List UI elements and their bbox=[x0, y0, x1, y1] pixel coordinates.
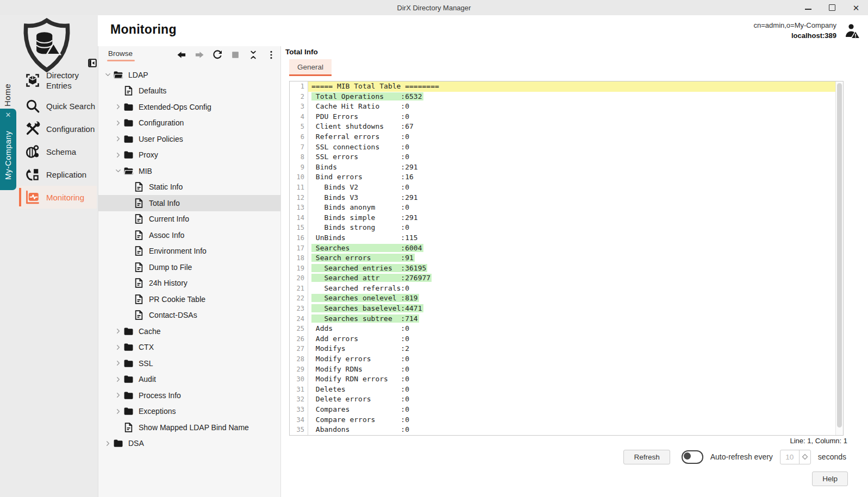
sidebar-item-schema[interactable]: Schema bbox=[18, 140, 97, 163]
interval-input-wrap bbox=[780, 450, 811, 464]
tree-item-cache[interactable]: Cache bbox=[98, 323, 281, 339]
code-line: 27 Modifys :2 bbox=[290, 344, 836, 354]
code-line: 25 Adds :0 bbox=[290, 324, 836, 334]
file-icon bbox=[133, 262, 145, 273]
chevron-right-icon[interactable] bbox=[103, 439, 113, 448]
tree-item-label: Proxy bbox=[139, 150, 158, 159]
menu-icon[interactable] bbox=[266, 49, 277, 60]
tree-item-defaults[interactable]: Defaults bbox=[98, 83, 281, 99]
interval-input[interactable] bbox=[780, 450, 799, 464]
ldap-tree: LDAPDefaultsExtended-Ops ConfigConfigura… bbox=[98, 67, 281, 497]
user-warning-icon[interactable] bbox=[842, 22, 860, 40]
tree-item-process-info[interactable]: Process Info bbox=[98, 387, 281, 404]
tree-item-label: Defaults bbox=[139, 86, 166, 95]
forward-icon[interactable] bbox=[194, 49, 205, 60]
content-title: Total Info bbox=[285, 48, 318, 56]
tree-item-current-info[interactable]: Current Info bbox=[98, 211, 281, 228]
line-text: Modifys :2 bbox=[308, 344, 836, 354]
scrollbar-thumb[interactable] bbox=[837, 83, 842, 427]
chevron-right-icon[interactable] bbox=[113, 327, 123, 336]
tree-item-assoc-info[interactable]: Assoc Info bbox=[98, 227, 281, 243]
tree-item-pr-cookie-table[interactable]: PR Cookie Table bbox=[98, 291, 281, 307]
directory-entries-icon bbox=[25, 73, 40, 88]
line-number: 29 bbox=[290, 364, 308, 375]
close-icon[interactable]: ✕ bbox=[852, 3, 860, 12]
tree-item-audit[interactable]: Audit bbox=[98, 372, 281, 388]
tree-item-24h-history[interactable]: 24h History bbox=[98, 275, 281, 292]
collapse-all-icon[interactable] bbox=[248, 49, 259, 60]
mib-text-viewer[interactable]: 1===== MIB Total Table ========2 Total O… bbox=[289, 81, 844, 436]
tree-item-ssl[interactable]: SSL bbox=[98, 355, 281, 372]
company-tab[interactable]: ✕ My-Company bbox=[0, 109, 16, 190]
sidebar-item-configuration[interactable]: Configuration bbox=[18, 117, 97, 140]
tree-item-dump-to-file[interactable]: Dump to File bbox=[98, 259, 281, 275]
tab-browse[interactable]: Browse bbox=[108, 49, 133, 61]
chevron-right-icon[interactable] bbox=[113, 103, 123, 111]
sidebar-item-label: Replication bbox=[46, 169, 86, 180]
tree-item-show-mapped-ldap-bind-name[interactable]: Show Mapped LDAP Bind Name bbox=[98, 419, 281, 436]
tree-item-proxy[interactable]: Proxy bbox=[98, 147, 281, 163]
line-number: 27 bbox=[290, 344, 308, 354]
tree-item-contact-dsas[interactable]: Contact-DSAs bbox=[98, 307, 281, 324]
tree-item-static-info[interactable]: Static Info bbox=[98, 179, 281, 196]
tree-item-ctx[interactable]: CTX bbox=[98, 339, 281, 356]
tree-item-exceptions[interactable]: Exceptions bbox=[98, 404, 281, 420]
code-line: 20 Searched attr :276977 bbox=[290, 273, 836, 284]
line-text: Bind errors :16 bbox=[308, 172, 836, 183]
tree-item-label: CTX bbox=[139, 343, 154, 351]
minimize-icon[interactable] bbox=[804, 3, 813, 12]
chevron-right-icon[interactable] bbox=[113, 359, 123, 368]
line-text: Searches onelevel :819 bbox=[308, 293, 836, 304]
tree-item-label: MIB bbox=[139, 167, 152, 175]
tree-item-mib[interactable]: MIB bbox=[98, 163, 281, 179]
auto-refresh-toggle[interactable] bbox=[682, 450, 703, 464]
sidebar-item-quick-search[interactable]: Quick Search bbox=[18, 95, 97, 117]
maximize-icon[interactable] bbox=[828, 3, 836, 12]
sidebar-item-monitoring[interactable]: Monitoring bbox=[18, 186, 97, 209]
tree-item-configuration[interactable]: Configuration bbox=[98, 115, 281, 131]
chevron-right-icon[interactable] bbox=[113, 407, 123, 416]
configuration-icon bbox=[25, 121, 40, 136]
line-text: Search errors :91 bbox=[308, 253, 836, 263]
tree-item-ldap[interactable]: LDAP bbox=[98, 67, 281, 83]
line-number: 32 bbox=[290, 394, 308, 405]
folder-icon bbox=[123, 134, 134, 144]
browse-panel-header: Browse bbox=[98, 46, 281, 67]
chevron-down-icon[interactable] bbox=[103, 71, 113, 79]
back-icon[interactable] bbox=[176, 49, 187, 60]
tree-item-environment-info[interactable]: Environment Info bbox=[98, 243, 281, 260]
line-text: ===== MIB Total Table ======== bbox=[308, 81, 836, 92]
chevron-right-icon[interactable] bbox=[113, 391, 123, 400]
indent-spacer bbox=[123, 199, 133, 207]
line-number: 7 bbox=[290, 142, 308, 153]
chevron-right-icon[interactable] bbox=[113, 135, 123, 143]
line-text: Cache Hit Ratio :0 bbox=[308, 102, 836, 112]
indent-spacer bbox=[123, 183, 133, 191]
line-text: Binds :291 bbox=[308, 162, 836, 173]
sidebar-item-directory-entries[interactable]: Directory Entries bbox=[18, 66, 97, 95]
company-tab-close-icon[interactable]: ✕ bbox=[5, 111, 11, 118]
code-line: 28 Modify errors :0 bbox=[290, 354, 836, 364]
refresh-button[interactable]: Refresh bbox=[623, 450, 670, 464]
company-tab-label: My-Company bbox=[4, 118, 13, 190]
chevron-right-icon[interactable] bbox=[113, 150, 123, 159]
chevron-right-icon[interactable] bbox=[113, 118, 123, 127]
tree-item-total-info[interactable]: Total Info bbox=[98, 195, 281, 211]
tree-item-user-policies[interactable]: User Policies bbox=[98, 131, 281, 147]
stepper-icon[interactable] bbox=[799, 450, 810, 464]
chevron-right-icon[interactable] bbox=[113, 375, 123, 383]
tree-item-label: SSL bbox=[139, 359, 153, 368]
refresh-icon[interactable] bbox=[212, 49, 223, 60]
stop-icon[interactable] bbox=[230, 49, 241, 60]
line-text: Compares :0 bbox=[308, 405, 836, 415]
indent-spacer bbox=[113, 423, 123, 432]
sidebar-item-replication[interactable]: Replication bbox=[18, 163, 97, 186]
editor-scrollbar[interactable] bbox=[835, 81, 843, 435]
help-button[interactable]: Help bbox=[812, 471, 848, 486]
tree-item-dsa[interactable]: DSA bbox=[98, 436, 281, 452]
tree-item-extended-ops-config[interactable]: Extended-Ops Config bbox=[98, 99, 281, 115]
line-number: 34 bbox=[290, 415, 308, 425]
chevron-down-icon[interactable] bbox=[113, 167, 123, 175]
tab-general[interactable]: General bbox=[289, 59, 332, 76]
chevron-right-icon[interactable] bbox=[113, 343, 123, 351]
